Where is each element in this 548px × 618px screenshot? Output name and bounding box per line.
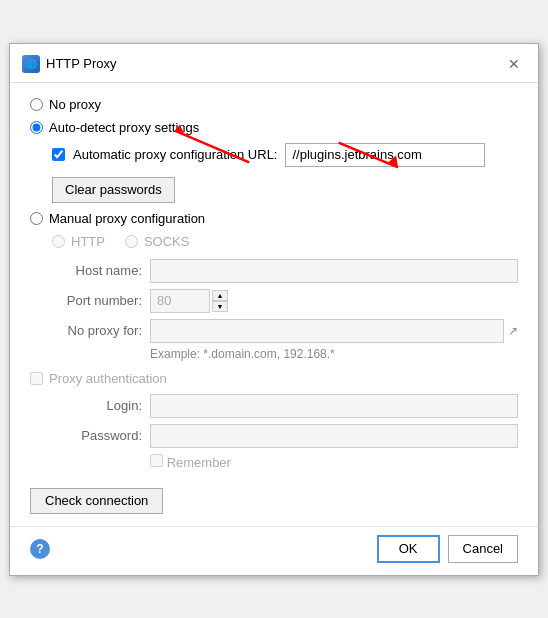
title-bar: 🌐 HTTP Proxy ✕: [10, 44, 538, 83]
no-proxy-radio[interactable]: [30, 98, 43, 111]
host-name-input[interactable]: [150, 259, 518, 283]
port-spinner: ▲ ▼: [212, 290, 228, 312]
auto-detect-label[interactable]: Auto-detect proxy settings: [49, 120, 199, 135]
title-bar-left: 🌐 HTTP Proxy: [22, 55, 117, 73]
password-input[interactable]: [150, 424, 518, 448]
dialog-content: No proxy Auto-detect proxy settings Auto…: [10, 83, 538, 480]
auto-detect-radio[interactable]: [30, 121, 43, 134]
host-name-label: Host name:: [52, 263, 142, 278]
proxy-auth-label[interactable]: Proxy authentication: [49, 371, 167, 386]
no-proxy-for-label: No proxy for:: [52, 323, 142, 338]
port-number-input[interactable]: [150, 289, 210, 313]
remember-checkbox[interactable]: [150, 454, 163, 467]
remember-label[interactable]: Remember: [167, 455, 231, 470]
footer-left: ?: [30, 539, 50, 559]
clear-passwords-button[interactable]: Clear passwords: [52, 177, 175, 203]
auto-config-label[interactable]: Automatic proxy configuration URL:: [73, 147, 277, 162]
auth-fields: Login: Password: Remember: [52, 394, 518, 470]
port-number-row: Port number: ▲ ▼: [52, 289, 518, 313]
manual-proxy-option: Manual proxy configuration: [30, 211, 518, 226]
auth-section: Proxy authentication Login: Password: Re…: [30, 371, 518, 470]
socks-radio[interactable]: [125, 235, 138, 248]
no-proxy-for-row: No proxy for: ↗: [52, 319, 518, 343]
manual-proxy-label[interactable]: Manual proxy configuration: [49, 211, 205, 226]
password-row: Password:: [52, 424, 518, 448]
expand-icon[interactable]: ↗: [508, 324, 518, 338]
http-label[interactable]: HTTP: [71, 234, 105, 249]
no-proxy-for-input[interactable]: [150, 319, 504, 343]
no-proxy-label[interactable]: No proxy: [49, 97, 101, 112]
proxy-auth-row: Proxy authentication: [30, 371, 518, 386]
auto-config-checkbox[interactable]: [52, 148, 65, 161]
help-icon[interactable]: ?: [30, 539, 50, 559]
dialog-footer: ? OK Cancel: [10, 526, 538, 575]
socks-label[interactable]: SOCKS: [144, 234, 190, 249]
cancel-button[interactable]: Cancel: [448, 535, 518, 563]
example-text: Example: *.domain.com, 192.168.*: [150, 347, 518, 361]
port-up-button[interactable]: ▲: [212, 290, 228, 301]
no-proxy-option: No proxy: [30, 97, 518, 112]
http-radio[interactable]: [52, 235, 65, 248]
host-name-row: Host name:: [52, 259, 518, 283]
login-label: Login:: [52, 398, 142, 413]
http-proxy-dialog: 🌐 HTTP Proxy ✕ No proxy Auto-detect prox…: [9, 43, 539, 576]
socks-option: SOCKS: [125, 234, 190, 249]
check-connection-button[interactable]: Check connection: [30, 488, 163, 514]
dialog-icon: 🌐: [22, 55, 40, 73]
protocol-selection: HTTP SOCKS: [52, 234, 518, 249]
auto-config-section: Automatic proxy configuration URL: Clear…: [52, 143, 518, 203]
port-down-button[interactable]: ▼: [212, 301, 228, 312]
dialog-title: HTTP Proxy: [46, 56, 117, 71]
login-row: Login:: [52, 394, 518, 418]
ok-button[interactable]: OK: [377, 535, 440, 563]
proxy-url-input[interactable]: [285, 143, 485, 167]
login-input[interactable]: [150, 394, 518, 418]
close-button[interactable]: ✕: [502, 52, 526, 76]
http-option: HTTP: [52, 234, 105, 249]
port-number-label: Port number:: [52, 293, 142, 308]
proxy-auth-checkbox[interactable]: [30, 372, 43, 385]
bottom-section: Check connection: [10, 480, 538, 526]
password-label: Password:: [52, 428, 142, 443]
config-url-row: Automatic proxy configuration URL:: [52, 143, 518, 167]
manual-proxy-section: HTTP SOCKS Host name: Port number: ▲ ▼: [52, 234, 518, 361]
auto-detect-option: Auto-detect proxy settings: [30, 120, 518, 135]
manual-proxy-radio[interactable]: [30, 212, 43, 225]
remember-row: Remember: [150, 454, 518, 470]
footer-buttons: OK Cancel: [377, 535, 518, 563]
